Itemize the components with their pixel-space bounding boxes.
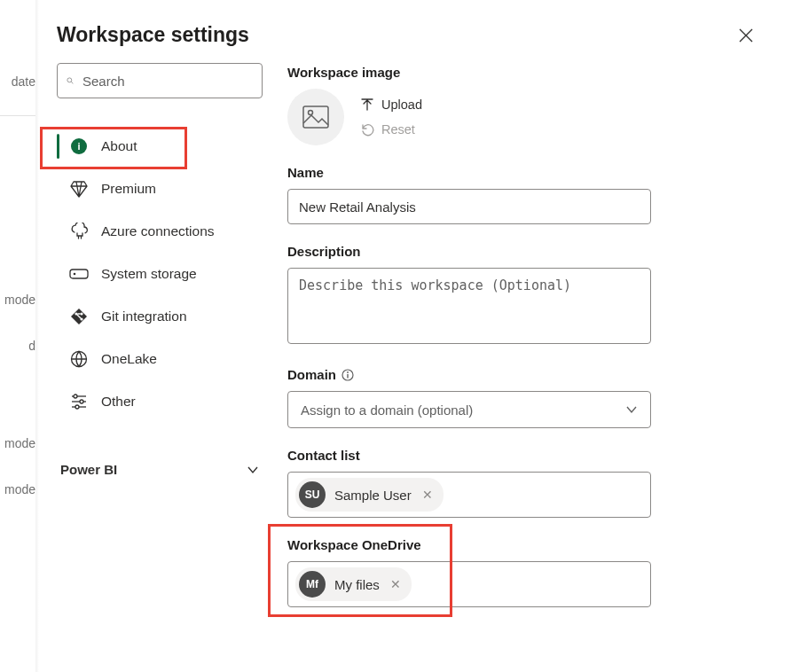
chevron-down-icon: [247, 464, 259, 476]
chip-label: My files: [334, 577, 380, 592]
image-icon: [302, 105, 329, 129]
svg-point-0: [67, 78, 72, 82]
svg-line-1: [71, 82, 73, 83]
svg-rect-18: [347, 374, 348, 379]
bg-fragment: mode: [0, 436, 35, 450]
svg-rect-14: [303, 106, 328, 128]
avatar: SU: [299, 481, 326, 508]
section-power-bi[interactable]: Power BI: [57, 462, 263, 477]
nav-label: Git integration: [101, 309, 187, 324]
workspace-settings-panel: Workspace settings i About Premium: [39, 0, 785, 672]
domain-placeholder: Assign to a domain (optional): [301, 402, 473, 418]
nav-onelake[interactable]: OneLake: [57, 338, 263, 380]
name-label: Name: [287, 165, 755, 180]
info-icon: i: [71, 138, 87, 154]
onelake-icon: [70, 350, 88, 368]
contact-list-input[interactable]: SU Sample User ✕: [287, 472, 651, 518]
svg-point-17: [347, 371, 349, 373]
cloud-plug-icon: [69, 223, 89, 240]
chip-label: Sample User: [334, 488, 412, 503]
chip-remove-icon[interactable]: ✕: [389, 577, 403, 591]
search-box[interactable]: [57, 63, 263, 98]
close-icon: [738, 27, 754, 43]
avatar: Mf: [299, 571, 326, 598]
nav-about[interactable]: i About: [57, 125, 263, 168]
contact-chip[interactable]: SU Sample User ✕: [295, 478, 444, 512]
nav-other[interactable]: Other: [57, 380, 263, 423]
onedrive-input[interactable]: Mf My files ✕: [287, 561, 651, 607]
reset-label: Reset: [381, 122, 415, 137]
close-button[interactable]: [728, 18, 764, 53]
workspace-image-label: Workspace image: [287, 65, 755, 80]
section-label: Power BI: [60, 462, 117, 477]
onedrive-chip[interactable]: Mf My files ✕: [295, 567, 412, 601]
description-textarea[interactable]: [287, 268, 651, 344]
upload-label: Upload: [381, 98, 422, 112]
contact-list-label: Contact list: [287, 448, 755, 463]
nav-label: Azure connections: [101, 223, 215, 239]
svg-point-6: [80, 312, 82, 315]
description-label: Description: [287, 244, 755, 259]
svg-point-9: [74, 395, 77, 398]
nav-label: About: [101, 138, 137, 154]
nav-git-integration[interactable]: Git integration: [57, 295, 263, 338]
bg-fragment: mode: [0, 482, 35, 496]
reset-icon: [360, 122, 374, 137]
info-outline-icon: [341, 369, 354, 381]
nav-label: System storage: [101, 266, 197, 282]
nav-label: Other: [101, 394, 136, 410]
workspace-image-thumb: [287, 89, 344, 145]
panel-title: Workspace settings: [57, 23, 249, 47]
svg-rect-2: [70, 270, 88, 278]
bg-fragment: mode: [0, 293, 35, 307]
upload-button[interactable]: Upload: [360, 98, 422, 112]
bg-fragment: date: [0, 74, 35, 89]
search-input[interactable]: [81, 73, 253, 90]
search-icon: [67, 73, 74, 89]
nav-azure-connections[interactable]: Azure connections: [57, 210, 263, 253]
chip-remove-icon[interactable]: ✕: [420, 488, 435, 502]
domain-label: Domain: [287, 367, 755, 382]
svg-point-11: [80, 400, 83, 403]
git-icon: [70, 308, 88, 325]
svg-point-3: [74, 273, 76, 276]
reset-button: Reset: [360, 122, 422, 137]
diamond-icon: [70, 180, 88, 198]
nav-label: Premium: [101, 181, 156, 197]
chevron-down-icon: [625, 403, 638, 416]
upload-icon: [360, 98, 374, 112]
svg-point-15: [309, 111, 313, 115]
settings-nav: i About Premium Azure connections System…: [57, 125, 263, 423]
storage-icon: [69, 267, 89, 281]
svg-point-13: [75, 405, 79, 409]
nav-premium[interactable]: Premium: [57, 168, 263, 210]
workspace-onedrive-label: Workspace OneDrive: [287, 537, 755, 552]
bg-fragment: d: [0, 339, 35, 353]
nav-label: OneLake: [101, 351, 157, 367]
sliders-icon: [70, 394, 88, 410]
nav-system-storage[interactable]: System storage: [57, 253, 263, 295]
name-input[interactable]: [287, 189, 651, 224]
domain-select[interactable]: Assign to a domain (optional): [287, 391, 651, 428]
